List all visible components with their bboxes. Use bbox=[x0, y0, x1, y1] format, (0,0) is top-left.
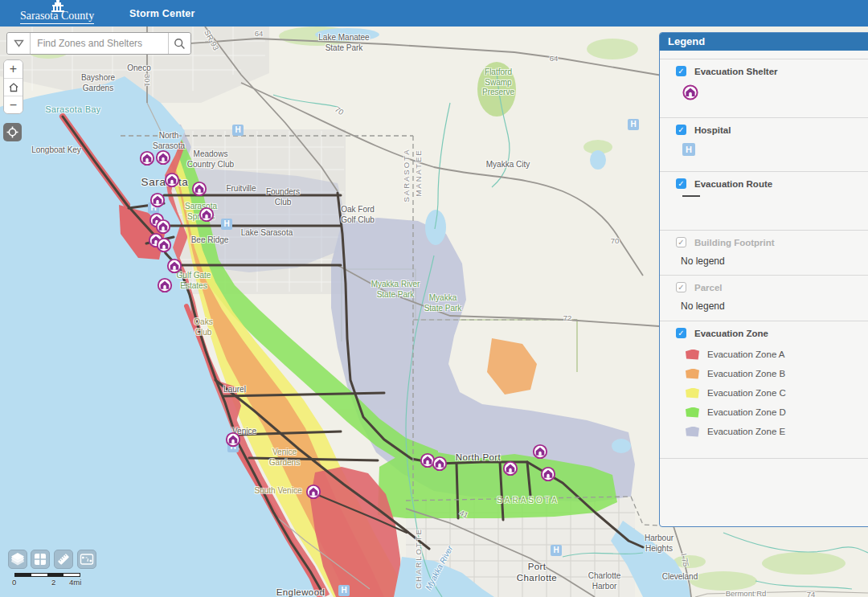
hospital-marker[interactable]: H bbox=[628, 119, 639, 130]
hospital-marker[interactable]: H bbox=[551, 545, 562, 556]
search-input[interactable] bbox=[31, 33, 168, 54]
locate-icon bbox=[6, 126, 18, 138]
locate-button[interactable] bbox=[3, 123, 22, 141]
hospital-icon: H bbox=[682, 143, 695, 156]
shelter-marker[interactable] bbox=[432, 456, 448, 472]
zone-color-swatch bbox=[686, 350, 699, 360]
zoom-out-button[interactable]: − bbox=[4, 96, 23, 113]
layer-label: Evacuation Shelter bbox=[694, 67, 778, 76]
shelter-marker[interactable] bbox=[156, 150, 171, 166]
home-icon bbox=[8, 82, 19, 92]
shelter-marker[interactable] bbox=[140, 151, 155, 166]
layer-label: Parcel bbox=[694, 283, 723, 292]
zone-label: Evacuation Zone B bbox=[707, 369, 785, 378]
hospital-marker[interactable]: H bbox=[221, 219, 232, 230]
scalebar-start: 0 bbox=[12, 578, 16, 587]
search-widget bbox=[6, 32, 191, 55]
route-line-swatch bbox=[682, 195, 700, 197]
divider bbox=[660, 458, 868, 459]
legend-row-hospital: ✓ Hospital H bbox=[660, 118, 868, 171]
zone-color-swatch bbox=[686, 427, 699, 437]
search-source-dropdown[interactable] bbox=[7, 33, 31, 54]
org-logo[interactable]: Sarasota County bbox=[20, 0, 107, 27]
legend-row-evacuation-route: ✓ Evacuation Route bbox=[660, 172, 868, 230]
zone-label: Evacuation Zone D bbox=[707, 407, 786, 417]
zone-list: Evacuation Zone A Evacuation Zone B Evac… bbox=[686, 345, 868, 441]
zone-legend-item: Evacuation Zone D bbox=[686, 403, 868, 422]
zone-legend-item: Evacuation Zone C bbox=[686, 383, 868, 403]
scalebar-end: 4mi bbox=[69, 578, 81, 587]
shelter-marker[interactable] bbox=[503, 461, 518, 476]
shelter-marker[interactable] bbox=[150, 193, 166, 208]
zone-legend-item: Evacuation Zone B bbox=[686, 364, 868, 383]
measure-button[interactable] bbox=[54, 550, 73, 569]
legend-panel: Legend ✓ Evacuation Shelter ✓ Hospital H… bbox=[659, 32, 868, 527]
checkbox-evacuation-shelter[interactable]: ✓ bbox=[676, 66, 686, 76]
shelter-marker[interactable] bbox=[167, 259, 182, 274]
layer-label: Evacuation Route bbox=[694, 179, 772, 189]
directions-button[interactable] bbox=[77, 550, 96, 569]
legend-panel-header: Legend bbox=[660, 33, 868, 51]
zone-label: Evacuation Zone E bbox=[707, 427, 785, 436]
zone-legend-item: Evacuation Zone A bbox=[686, 345, 868, 364]
layers-button[interactable] bbox=[8, 550, 27, 569]
scalebar: 0 2 4mi bbox=[14, 573, 80, 587]
zone-color-swatch bbox=[686, 388, 699, 399]
home-button[interactable] bbox=[4, 78, 23, 96]
legend-row-parcel: ✓ Parcel No legend bbox=[660, 276, 868, 321]
zone-color-swatch bbox=[686, 369, 699, 379]
org-name[interactable]: Sarasota County bbox=[20, 10, 94, 24]
legend-row-evacuation-shelter: ✓ Evacuation Shelter bbox=[660, 59, 868, 117]
shelter-marker[interactable] bbox=[157, 238, 172, 253]
basemap-button[interactable] bbox=[31, 550, 50, 569]
shelter-marker[interactable] bbox=[533, 444, 548, 460]
legend-row-building-footprint: ✓ Building Footprint No legend bbox=[660, 231, 868, 275]
zone-legend-item: Evacuation Zone E bbox=[686, 422, 868, 441]
zone-label: Evacuation Zone A bbox=[707, 350, 785, 359]
shelter-marker[interactable] bbox=[158, 278, 173, 293]
no-legend-text: No legend bbox=[681, 256, 868, 267]
zone-color-swatch bbox=[686, 407, 699, 418]
checkbox-building-footprint[interactable]: ✓ bbox=[676, 237, 686, 247]
no-legend-text: No legend bbox=[681, 301, 868, 312]
checkbox-hospital[interactable]: ✓ bbox=[676, 125, 686, 135]
layer-label: Hospital bbox=[694, 125, 731, 135]
checkbox-parcel[interactable]: ✓ bbox=[676, 282, 686, 292]
shelter-marker[interactable] bbox=[226, 432, 241, 448]
shelter-marker[interactable] bbox=[199, 207, 215, 223]
zone-label: Evacuation Zone C bbox=[707, 388, 786, 398]
layer-label: Building Footprint bbox=[694, 238, 775, 247]
app-header: Sarasota County Storm Center bbox=[0, 0, 868, 27]
scalebar-mid: 2 bbox=[51, 578, 55, 587]
layers-icon bbox=[10, 552, 25, 566]
directions-icon bbox=[80, 552, 94, 566]
zoom-in-button[interactable]: + bbox=[4, 60, 23, 78]
search-icon bbox=[174, 38, 186, 50]
hospital-marker[interactable]: H bbox=[232, 125, 244, 136]
shelter-marker[interactable] bbox=[306, 485, 321, 500]
shelter-marker[interactable] bbox=[192, 182, 207, 197]
shelter-marker[interactable] bbox=[165, 173, 180, 188]
shelter-marker[interactable] bbox=[541, 467, 556, 482]
app-title: Storm Center bbox=[129, 8, 195, 19]
basemap-grid-icon bbox=[34, 553, 47, 566]
shelter-icon bbox=[682, 84, 698, 100]
legend-row-evacuation-zone: ✓ Evacuation Zone Evacuation Zone A Evac… bbox=[660, 321, 868, 458]
layer-label: Evacuation Zone bbox=[694, 329, 768, 338]
dropdown-triangle-icon bbox=[14, 39, 24, 47]
hospital-marker[interactable]: H bbox=[338, 585, 350, 596]
map-stage[interactable]: OnecoBayshore GardensSarasota BayLongboa… bbox=[0, 27, 868, 597]
search-button[interactable] bbox=[168, 33, 190, 54]
zoom-controls: + − bbox=[3, 59, 23, 114]
checkbox-evacuation-route[interactable]: ✓ bbox=[676, 178, 686, 189]
ruler-icon bbox=[56, 552, 71, 566]
checkbox-evacuation-zone[interactable]: ✓ bbox=[676, 328, 686, 338]
